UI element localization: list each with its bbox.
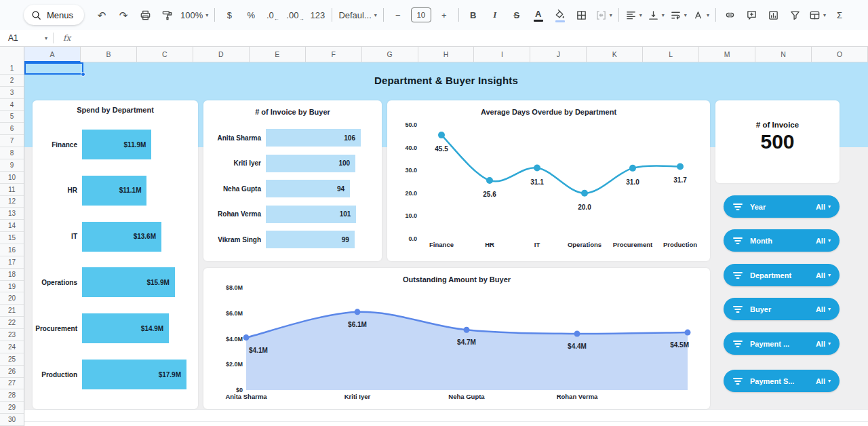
- selected-cell-a1[interactable]: [24, 62, 83, 75]
- filter-button-year[interactable]: YearAll▾: [724, 195, 840, 218]
- fill-color-button[interactable]: [550, 6, 570, 24]
- row-header-30[interactable]: 30: [0, 414, 24, 426]
- paint-format-button[interactable]: [157, 6, 177, 24]
- spend-by-department-chart[interactable]: Spend by Department Finance$11.9MHR$11.1…: [33, 100, 198, 409]
- column-header-M[interactable]: M: [699, 47, 755, 62]
- filter-button-month[interactable]: MonthAll▾: [724, 229, 840, 252]
- row-header-10[interactable]: 10: [0, 172, 24, 184]
- column-header-F[interactable]: F: [306, 47, 362, 62]
- insert-comment-button[interactable]: [742, 6, 762, 24]
- column-header-C[interactable]: C: [137, 47, 193, 62]
- row-header-15[interactable]: 15: [0, 232, 24, 244]
- filter-button-payment[interactable]: Payment ...All▾: [724, 332, 840, 355]
- cell-reference[interactable]: A1: [0, 33, 43, 43]
- invoices-by-buyer-chart[interactable]: # of Invoice by Buyer Anita Sharma106Kri…: [203, 100, 382, 261]
- format-as-currency-button[interactable]: $: [219, 6, 239, 24]
- row-header-16[interactable]: 16: [0, 244, 24, 256]
- increase-decimal-places-button[interactable]: .00→: [284, 6, 306, 24]
- decrease-font-size-button[interactable]: −: [388, 6, 408, 24]
- row-header-5[interactable]: 5: [0, 111, 24, 123]
- dropdown-caret-icon: ▾: [205, 12, 208, 18]
- row-header-24[interactable]: 24: [0, 341, 24, 353]
- increase-font-size-button[interactable]: +: [434, 6, 454, 24]
- name-box-caret-icon[interactable]: ▾: [45, 35, 47, 41]
- row-header-12[interactable]: 12: [0, 196, 24, 208]
- undo-button[interactable]: ↶: [92, 6, 112, 24]
- format-as-percent-button[interactable]: %: [241, 6, 261, 24]
- row-header-4[interactable]: 4: [0, 99, 24, 111]
- row-header-26[interactable]: 26: [0, 366, 24, 378]
- column-header-G[interactable]: G: [362, 47, 418, 62]
- row-header-18[interactable]: 18: [0, 269, 24, 281]
- row-header-2[interactable]: 2: [0, 75, 24, 87]
- insert-chart-button[interactable]: [764, 6, 784, 24]
- zoom-button[interactable]: 100%▾: [178, 6, 210, 24]
- filter-button-payment-s[interactable]: Payment S...All▾: [724, 370, 840, 392]
- invoice-count-scorecard[interactable]: # of Invoice 500: [715, 100, 840, 183]
- italic-button[interactable]: I: [485, 6, 505, 24]
- roller-icon: [161, 9, 173, 21]
- merge-cells-button[interactable]: ▾: [593, 6, 614, 24]
- svg-text:$4.1M: $4.1M: [249, 347, 268, 354]
- column-header-A[interactable]: A: [24, 47, 81, 62]
- row-header-13[interactable]: 13: [0, 208, 24, 220]
- row-header-7[interactable]: 7: [0, 135, 24, 147]
- redo-button[interactable]: ↷: [113, 6, 134, 24]
- column-header-O[interactable]: O: [812, 47, 868, 62]
- font-family-button[interactable]: Defaul...▾: [336, 6, 378, 24]
- row-header-11[interactable]: 11: [0, 184, 24, 196]
- column-header-L[interactable]: L: [643, 47, 699, 62]
- fill-handle[interactable]: [81, 72, 85, 77]
- text-wrapping-button[interactable]: ▾: [668, 6, 689, 24]
- row-header-6[interactable]: 6: [0, 123, 24, 135]
- strikethrough-button[interactable]: S: [507, 6, 527, 24]
- column-header-J[interactable]: J: [530, 47, 587, 62]
- create-filter-button[interactable]: [785, 6, 806, 24]
- insert-link-button[interactable]: [720, 6, 741, 24]
- print-button[interactable]: [135, 6, 155, 24]
- avg-days-overdue-chart[interactable]: Average Days Overdue by Department 0.010…: [387, 100, 710, 261]
- text-rotation-button[interactable]: ▾: [690, 6, 711, 24]
- column-header-I[interactable]: I: [474, 47, 530, 62]
- table-views-button[interactable]: ▾: [807, 6, 828, 24]
- column-header-H[interactable]: H: [418, 47, 475, 62]
- row-header-1[interactable]: 1: [0, 62, 24, 75]
- column-header-E[interactable]: E: [250, 47, 306, 62]
- font-size-button[interactable]: 10: [411, 7, 431, 22]
- row-header-23[interactable]: 23: [0, 329, 24, 341]
- borders-button[interactable]: [572, 6, 592, 24]
- row-header-9[interactable]: 9: [0, 159, 24, 172]
- row-header-8[interactable]: 8: [0, 147, 24, 159]
- chart-icon: [768, 9, 779, 21]
- row-header-22[interactable]: 22: [0, 317, 24, 329]
- menus-pill[interactable]: Menus: [24, 5, 84, 25]
- functions-button[interactable]: Σ: [829, 6, 850, 24]
- search-icon: [31, 9, 42, 21]
- row-header-25[interactable]: 25: [0, 353, 24, 366]
- filter-button-department[interactable]: DepartmentAll▾: [724, 264, 840, 286]
- row-header-29[interactable]: 29: [0, 402, 24, 414]
- bold-button[interactable]: B: [463, 6, 484, 24]
- dropdown-caret-icon: ▾: [610, 12, 612, 18]
- vertical-align-button[interactable]: ▾: [646, 6, 667, 24]
- filter-button-buyer[interactable]: BuyerAll▾: [724, 298, 840, 320]
- column-header-N[interactable]: N: [755, 47, 812, 62]
- select-all-corner[interactable]: [0, 47, 24, 62]
- decrease-decimal-places-button[interactable]: .0←: [262, 6, 283, 24]
- column-header-B[interactable]: B: [81, 47, 137, 62]
- funnel-icon: [789, 9, 801, 21]
- text-color-button[interactable]: A: [528, 6, 549, 24]
- row-header-20[interactable]: 20: [0, 292, 24, 305]
- row-header-27[interactable]: 27: [0, 378, 24, 390]
- row-header-21[interactable]: 21: [0, 305, 24, 317]
- row-header-28[interactable]: 28: [0, 389, 24, 402]
- column-header-D[interactable]: D: [193, 47, 250, 62]
- column-header-K[interactable]: K: [587, 47, 643, 62]
- outstanding-amount-chart[interactable]: Outstanding Amount by Buyer $0$2.0M$4.0M…: [203, 268, 710, 409]
- more-formats-button[interactable]: 123: [307, 6, 328, 24]
- horizontal-align-button[interactable]: ▾: [623, 6, 644, 24]
- row-header-17[interactable]: 17: [0, 256, 24, 269]
- row-header-3[interactable]: 3: [0, 87, 24, 99]
- row-header-14[interactable]: 14: [0, 220, 24, 232]
- row-header-19[interactable]: 19: [0, 281, 24, 293]
